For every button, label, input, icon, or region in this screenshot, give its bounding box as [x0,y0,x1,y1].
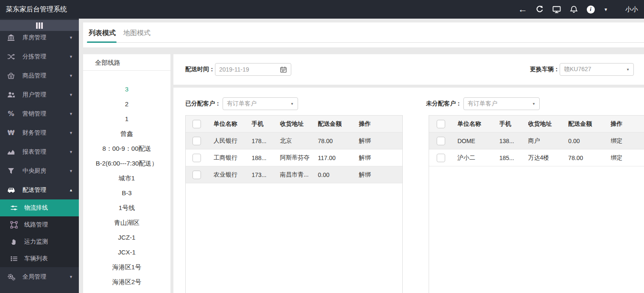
users-icon [6,91,17,99]
sidebar-item-vehicle-list[interactable]: 车辆列表 [0,250,79,267]
route-list: 3 2 1 曾鑫 8：00-9：00配送 B-2(6:00---7:30配送） … [83,71,170,289]
bind-link[interactable]: 绑定 [611,137,644,145]
gears-icon [6,273,17,281]
tab-list-mode[interactable]: 列表模式 [87,29,117,38]
sidebar-item-central-kitchen[interactable]: 中央厨房 ▼ [0,161,79,180]
route-item[interactable]: 1 [83,111,170,126]
chevron-down-icon: ▼ [69,74,73,78]
sidebar-item-logistics-routing[interactable]: 物流排线 [0,199,79,216]
cell-amount: 78.00 [318,138,359,144]
route-item[interactable]: 1号线 [83,200,170,215]
col-header-amount: 配送金额 [318,120,359,128]
cell-amount: 117.00 [318,155,359,161]
bell-icon[interactable] [569,4,579,14]
chevron-down-icon: ▼ [69,131,73,135]
route-item[interactable]: 曾鑫 [83,126,170,141]
current-user[interactable]: 小小 [625,6,638,14]
unbind-link[interactable]: 解绑 [359,171,402,179]
row-checkbox[interactable] [192,171,201,179]
col-header-name: 单位名称 [457,120,499,128]
row-checkbox[interactable] [192,154,201,162]
sidebar-collapse-toggle[interactable] [0,20,79,31]
delivery-submenu: 物流排线 线路管理 运力监测 [0,199,79,267]
sidebar-item-label: 分拣管理 [22,53,46,61]
route-item[interactable]: JCX-1 [83,245,170,260]
chevron-down-icon: ▼ [626,68,630,72]
change-vehicle-label: 更换车辆： [530,66,560,73]
unassigned-customers-table: 单位名称 手机 收货地址 配送金额 操作 DOME 138... 商户 0.00… [429,115,644,293]
sidebar-item-label: 中央厨房 [22,167,46,175]
unbind-link[interactable]: 解绑 [359,137,402,145]
assigned-customers-label: 已分配客户： [185,100,221,108]
sidebar-item-goods[interactable]: 商品管理 ▼ [0,66,79,85]
row-checkbox[interactable] [192,137,201,145]
unbind-link[interactable]: 解绑 [359,154,402,162]
sidebar-item-label: 商品管理 [22,72,46,80]
cell-address: 阿斯蒂芬夺 [280,154,318,162]
sidebar-item-label: 用户管理 [22,91,46,99]
sidebar-item-label: 物流排线 [24,204,48,212]
assigned-customer-filter-select[interactable]: 有订单客户 ▼ [223,97,298,110]
back-icon[interactable]: ← [518,4,528,14]
select-all-checkbox[interactable] [192,120,201,128]
info-glyph: i [587,6,595,14]
bind-link[interactable]: 绑定 [611,154,644,162]
cell-amount: 78.00 [568,155,611,161]
cell-address: 南昌市青... [280,171,318,179]
sidebar-item-global[interactable]: 全局管理 ▼ [0,267,79,286]
route-item[interactable]: JCZ-1 [83,230,170,245]
col-header-address: 收货地址 [528,120,569,128]
cell-phone: 173... [251,171,280,178]
sidebar-item-capacity-monitor[interactable]: 运力监测 [0,233,79,250]
delivery-date-input[interactable]: 2019-11-19 [215,63,291,76]
route-item[interactable]: 2 [83,97,170,111]
vehicle-select-value: 赣KU7627 [564,66,624,73]
percent-icon: % [6,110,17,118]
refresh-icon[interactable] [535,4,545,14]
sidebar-item-delivery[interactable]: 配送管理 ▲ [0,180,79,199]
assigned-filter-value: 有订单客户 [227,100,288,108]
bank-icon [6,34,17,41]
col-header-amount: 配送金额 [568,120,611,128]
info-icon[interactable]: i [585,4,596,14]
chevron-down-icon: ▼ [69,275,73,279]
cell-phone: 138... [499,138,528,144]
unassigned-customer-filter-select[interactable]: 有订单客户 ▼ [463,97,540,110]
vehicle-select[interactable]: 赣KU7627 ▼ [560,63,634,76]
sidebar-item-label: 财务管理 [22,129,46,137]
route-item[interactable]: B-3 [83,185,170,200]
sidebar-item-users[interactable]: 用户管理 ▼ [0,85,79,104]
row-checkbox[interactable] [437,137,445,145]
monitor-icon[interactable] [552,4,562,14]
row-checkbox[interactable] [437,154,445,162]
funnel-icon [6,167,17,175]
chevron-down-icon: ▼ [532,102,535,106]
route-item[interactable]: 城市1 [83,171,170,185]
dropdown-caret-icon[interactable]: ▼ [602,4,609,14]
route-item[interactable]: 海港区1号 [83,260,170,274]
sidebar-item-reports[interactable]: 报表管理 ▼ [0,142,79,161]
sidebar-item-marketing[interactable]: % 营销管理 ▼ [0,104,79,123]
route-item[interactable]: 青山湖区 [83,215,170,230]
sidebar-item-label: 报表管理 [22,148,46,156]
sidebar-item-route-management[interactable]: 线路管理 [0,216,79,233]
select-all-checkbox[interactable] [437,120,445,128]
col-header-name: 单位名称 [214,120,252,128]
route-item[interactable]: 3 [83,82,170,97]
cell-address: 万达4楼 [528,154,569,162]
route-frame-icon [9,221,19,229]
cell-name: 农业银行 [214,171,252,179]
chevron-down-icon: ▼ [69,169,73,173]
cell-phone: 188... [251,155,280,161]
route-item[interactable]: B-2(6:00---7:30配送） [83,156,170,171]
tab-map-mode[interactable]: 地图模式 [122,29,152,38]
route-item[interactable]: 8：00-9：00配送 [83,141,170,156]
sidebar-item-label: 库房管理 [22,34,46,41]
sidebar-item-sorting[interactable]: 分拣管理 ▼ [0,47,79,66]
customers-panel: 已分配客户： 有订单客户 ▼ 单位名称 手机 收货地址 配送金额 操作 人民银行… [173,88,644,293]
sidebar-item-label: 营销管理 [22,110,46,118]
route-item[interactable]: 海港区2号 [83,274,170,289]
sidebar-item-finance[interactable]: ₩ 财务管理 ▼ [0,123,79,142]
sidebar: 库房管理 ▼ 分拣管理 ▼ 商品管理 ▼ [0,19,79,293]
table-header-row: 单位名称 手机 收货地址 配送金额 操作 [186,116,402,133]
